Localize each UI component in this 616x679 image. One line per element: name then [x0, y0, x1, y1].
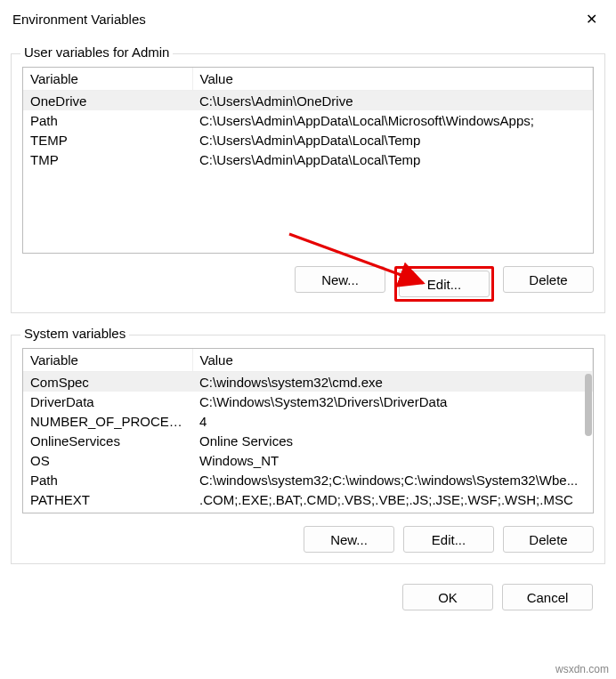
cell-value: C:\windows\system32\cmd.exe [192, 372, 593, 392]
user-variables-table[interactable]: Variable Value OneDriveC:\Users\Admin\On… [23, 68, 593, 169]
cell-variable: NUMBER_OF_PROCESSORS [23, 411, 192, 431]
ok-button[interactable]: OK [402, 584, 493, 610]
system-variables-table[interactable]: Variable Value ComSpecC:\windows\system3… [23, 349, 593, 509]
system-header-variable[interactable]: Variable [23, 349, 192, 372]
table-row[interactable]: ComSpecC:\windows\system32\cmd.exe [23, 372, 593, 392]
user-delete-button[interactable]: Delete [503, 266, 594, 293]
table-row[interactable]: PathC:\windows\system32;C:\windows;C:\wi… [23, 470, 593, 489]
cell-variable: OS [23, 450, 192, 470]
cell-variable: OneDrive [23, 91, 192, 111]
cell-variable: Path [23, 110, 192, 130]
table-row[interactable]: TEMPC:\Users\Admin\AppData\Local\Temp [23, 130, 593, 150]
user-edit-button[interactable]: Edit... [399, 271, 490, 297]
cell-variable: TMP [23, 150, 192, 169]
user-variables-group: User variables for Admin Variable Value … [11, 53, 605, 313]
watermark: wsxdn.com [555, 663, 609, 675]
annotation-highlight: Edit... [394, 266, 494, 302]
user-variables-table-container: Variable Value OneDriveC:\Users\Admin\On… [22, 67, 594, 254]
user-new-button[interactable]: New... [295, 266, 385, 293]
table-row[interactable]: DriverDataC:\Windows\System32\Drivers\Dr… [23, 392, 593, 411]
table-row[interactable]: OnlineServicesOnline Services [23, 431, 593, 450]
system-header-value[interactable]: Value [192, 349, 593, 372]
user-variables-label: User variables for Admin [20, 44, 173, 60]
cell-variable: DriverData [23, 392, 192, 411]
cell-value: .COM;.EXE;.BAT;.CMD;.VBS;.VBE;.JS;.JSE;.… [192, 489, 593, 509]
cell-value: C:\Windows\System32\Drivers\DriverData [192, 392, 593, 411]
system-new-button[interactable]: New... [304, 526, 394, 553]
system-variables-table-container: Variable Value ComSpecC:\windows\system3… [22, 348, 594, 513]
table-row[interactable]: OSWindows_NT [23, 450, 593, 470]
cell-variable: PATHEXT [23, 489, 192, 509]
cell-value: Online Services [192, 431, 593, 450]
cell-variable: TEMP [23, 130, 192, 150]
table-row[interactable]: PATHEXT.COM;.EXE;.BAT;.CMD;.VBS;.VBE;.JS… [23, 489, 593, 509]
close-icon[interactable]: ✕ [579, 11, 604, 28]
table-row[interactable]: NUMBER_OF_PROCESSORS4 [23, 411, 593, 431]
cell-value: C:\Users\Admin\AppData\Local\Temp [192, 150, 593, 169]
dialog-footer: OK Cancel [11, 564, 605, 610]
window-title: Environment Variables [12, 12, 146, 27]
system-variables-group: System variables Variable Value ComSpecC… [11, 335, 605, 564]
cell-variable: ComSpec [23, 372, 192, 392]
cell-value: C:\Users\Admin\AppData\Local\Temp [192, 130, 593, 150]
cell-value: C:\windows\system32;C:\windows;C:\window… [192, 470, 593, 489]
system-delete-button[interactable]: Delete [503, 526, 594, 553]
user-header-value[interactable]: Value [192, 68, 593, 91]
table-row[interactable]: TMPC:\Users\Admin\AppData\Local\Temp [23, 150, 593, 169]
system-scrollbar[interactable] [585, 374, 592, 436]
cell-variable: OnlineServices [23, 431, 192, 450]
table-row[interactable]: PathC:\Users\Admin\AppData\Local\Microso… [23, 110, 593, 130]
cancel-button[interactable]: Cancel [502, 584, 593, 610]
user-header-variable[interactable]: Variable [23, 68, 192, 91]
table-row[interactable]: OneDriveC:\Users\Admin\OneDrive [23, 91, 593, 111]
cell-value: C:\Users\Admin\AppData\Local\Microsoft\W… [192, 110, 593, 130]
system-edit-button[interactable]: Edit... [403, 526, 494, 553]
cell-value: 4 [192, 411, 593, 431]
titlebar: Environment Variables ✕ [0, 0, 616, 32]
system-variables-label: System variables [20, 326, 129, 341]
cell-value: Windows_NT [192, 450, 593, 470]
cell-variable: Path [23, 470, 192, 489]
cell-value: C:\Users\Admin\OneDrive [192, 91, 593, 111]
